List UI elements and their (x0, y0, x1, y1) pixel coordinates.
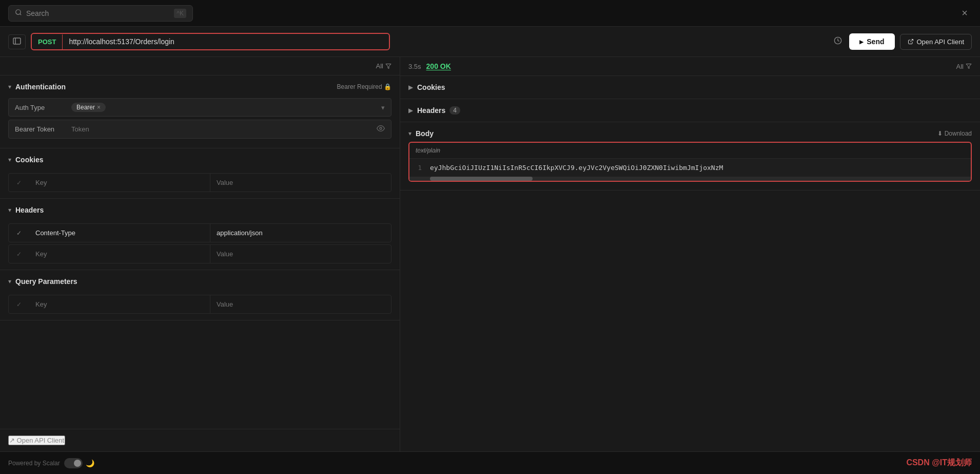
response-content: ▶ Cookies ▶ Headers 4 (400, 76, 980, 451)
bearer-token-input[interactable] (71, 125, 377, 133)
authentication-section: ▾ Authentication Bearer Required 🔒 Auth … (0, 75, 400, 148)
cookies-key-input[interactable] (35, 179, 204, 186)
headers-section-title: Headers (15, 206, 44, 214)
body-title: Body (416, 129, 434, 138)
url-bar: POST Send Open API Client (0, 27, 980, 57)
top-bar: Search ^K × (0, 0, 980, 27)
query-params-section-header[interactable]: ▾ Query Parameters (0, 270, 400, 293)
method-badge: POST (32, 34, 63, 49)
response-headers-chevron: ▶ (408, 107, 413, 114)
authentication-section-header[interactable]: ▾ Authentication Bearer Required 🔒 (0, 75, 400, 98)
header-row1-check[interactable]: ✓ (9, 230, 29, 237)
search-area[interactable]: Search ^K (8, 5, 193, 22)
query-key-input[interactable] (35, 300, 204, 308)
response-status: 3.5s 200 OK (408, 62, 451, 70)
svg-line-4 (910, 40, 913, 43)
cookies-row1-check[interactable]: ✓ (9, 179, 29, 186)
response-cookies-title: Cookies (417, 83, 445, 91)
query-params-section-title: Query Parameters (15, 277, 77, 286)
history-button[interactable] (832, 34, 844, 49)
response-header: 3.5s 200 OK All (400, 57, 980, 76)
download-button[interactable]: ⬇ Download (937, 130, 972, 137)
query-params-section: ▾ Query Parameters ✓ (0, 270, 400, 320)
svg-point-0 (16, 10, 21, 14)
header-row1-value[interactable]: application/json (210, 224, 391, 242)
cookies-value-input[interactable] (217, 179, 385, 186)
open-api-client-button[interactable]: Open API Client (900, 34, 972, 50)
cookies-row1-key[interactable] (29, 174, 210, 192)
auth-rows: Auth Type Bearer × ▾ (0, 98, 400, 148)
toggle-track[interactable] (64, 458, 83, 468)
response-headers-section: ▶ Headers 4 (400, 99, 980, 122)
sidebar-toggle-button[interactable] (8, 34, 26, 49)
header-key-input[interactable] (35, 250, 204, 258)
query-row1-value[interactable] (210, 295, 391, 313)
header-row1-key[interactable]: Content-Type (29, 224, 210, 242)
download-icon: ⬇ (937, 130, 943, 137)
bottom-bar: Powered by Scalar 🌙 CSDN @IT规划师 (0, 451, 980, 474)
response-time: 3.5s (408, 63, 421, 70)
response-body-section: ▾ Body ⬇ Download text/plain (400, 122, 980, 191)
cookies-section-header[interactable]: ▾ Cookies (0, 148, 400, 171)
branding-text: CSDN @IT规划师 (906, 458, 972, 468)
query-params-row-1: ✓ (8, 295, 391, 314)
show-token-icon[interactable] (377, 126, 385, 134)
search-icon (15, 9, 22, 17)
body-content-type: text/plain (409, 143, 971, 159)
body-chevron: ▾ (408, 130, 411, 137)
headers-section-header[interactable]: ▾ Headers (0, 199, 400, 221)
svg-marker-5 (386, 64, 391, 68)
headers-section: ▾ Headers ✓ Content-Type application/jso… (0, 199, 400, 270)
url-input-wrapper: POST (31, 33, 390, 50)
toggle-thumb (74, 460, 81, 467)
search-text: Search (26, 9, 170, 17)
bearer-token-row: Bearer Token (8, 120, 391, 139)
body-code-area: 1 eyJhbGciOiJIUzI1NiIsInR5cCI6IkpXVCJ9.e… (409, 159, 971, 177)
search-shortcut: ^K (174, 9, 186, 18)
header-row2-key[interactable] (29, 245, 210, 263)
headers-row-1: ✓ Content-Type application/json (8, 223, 391, 242)
left-panel-bottom: ↗ Open API Client (0, 429, 400, 451)
auth-section-title: Authentication (15, 83, 66, 91)
body-scrollbar[interactable] (409, 177, 971, 181)
close-button[interactable]: × (957, 5, 972, 21)
query-row1-key[interactable] (29, 295, 210, 313)
theme-toggle[interactable]: 🌙 (64, 458, 94, 468)
response-cookies-section: ▶ Cookies (400, 76, 980, 99)
response-headers-header[interactable]: ▶ Headers 4 (400, 99, 980, 122)
right-panel: 3.5s 200 OK All ▶ Cookies (400, 57, 980, 451)
header-value-input[interactable] (217, 250, 385, 258)
header-row2-check[interactable]: ✓ (9, 251, 29, 258)
bearer-required-badge: Bearer Required 🔒 (337, 83, 391, 90)
main-container: POST Send Open API Client (0, 27, 980, 474)
auth-type-row: Auth Type Bearer × ▾ (8, 98, 391, 117)
auth-type-value: Bearer × (71, 103, 381, 112)
response-headers-title: Headers (417, 106, 445, 115)
query-value-input[interactable] (217, 300, 385, 308)
header-row2-value[interactable] (210, 245, 391, 263)
query-row1-check[interactable]: ✓ (9, 301, 29, 308)
cookies-row1-value[interactable] (210, 174, 391, 192)
svg-rect-1 (13, 38, 21, 44)
cookies-section-title: Cookies (15, 156, 43, 164)
svg-point-6 (380, 127, 382, 129)
bearer-tag: Bearer × (71, 103, 106, 112)
right-filter-button[interactable]: All (956, 63, 972, 70)
left-panel-content: ▾ Authentication Bearer Required 🔒 Auth … (0, 75, 400, 429)
powered-by-text: Powered by Scalar (8, 460, 60, 467)
auth-type-dropdown-icon[interactable]: ▾ (381, 104, 385, 111)
open-api-bottom-button[interactable]: ↗ Open API Client (8, 435, 65, 445)
url-input[interactable] (63, 34, 389, 49)
moon-icon: 🌙 (86, 459, 94, 467)
url-bar-right: Send Open API Client (832, 33, 972, 50)
bearer-tag-close[interactable]: × (97, 104, 101, 111)
line-code-1: eyJhbGciOiJIUzI1NiIsInR5cCI6IkpXVCJ9.eyJ… (430, 164, 723, 172)
left-filter-button[interactable]: All (376, 62, 391, 70)
send-button[interactable]: Send (849, 33, 894, 50)
query-params-chevron-icon: ▾ (8, 278, 11, 285)
code-line-1: 1 eyJhbGciOiJIUzI1NiIsInR5cCI6IkpXVCJ9.e… (409, 163, 971, 173)
left-filter-bar: All (0, 57, 400, 75)
headers-row-2: ✓ (8, 244, 391, 263)
response-cookies-header[interactable]: ▶ Cookies (400, 76, 980, 99)
svg-marker-7 (966, 64, 971, 69)
